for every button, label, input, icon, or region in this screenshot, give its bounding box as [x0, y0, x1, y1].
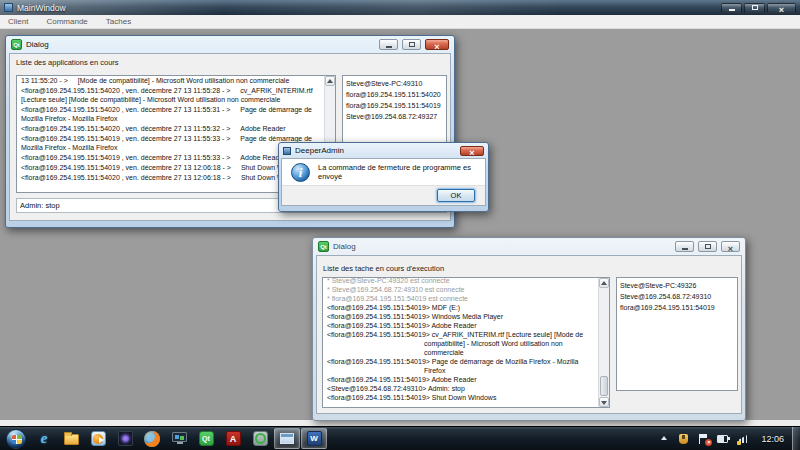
client-list-item[interactable]: flora@169.254.195.151:54019 [346, 100, 443, 111]
log-entry: <flora@169.254.195.151:54019> Page de dé… [327, 357, 595, 375]
log-entry: <flora@169.254.195.151:54019> Windows Me… [327, 312, 595, 321]
menu-item[interactable]: Client [8, 17, 28, 26]
log-entry: <flora@169.254.195.151:54019> cv_AFRIK_I… [327, 330, 595, 357]
maximize-icon [752, 5, 758, 10]
log-entry: <flora@169.254.195.151:54020 , ven. déce… [21, 105, 321, 123]
scroll-thumb[interactable] [600, 376, 608, 396]
mainwindow-close-button[interactable] [767, 3, 796, 13]
remote-desktop-icon[interactable] [166, 428, 192, 449]
log-entry: <flora@169.254.195.151:54019 , ven. déce… [21, 153, 321, 162]
info-icon [291, 163, 310, 182]
log-entry: <flora@169.254.195.151:54020 , ven. déce… [21, 86, 321, 104]
qt-logo-icon [11, 39, 22, 50]
maximize-icon [705, 244, 711, 249]
windows-explorer-icon[interactable] [58, 428, 84, 449]
network-status-icon[interactable] [737, 432, 750, 445]
messagebox-title: DeeperAdmin [295, 146, 344, 155]
messagebox-app-icon [283, 147, 291, 155]
log-entry: <flora@169.254.195.151:54019> Adobe Read… [327, 321, 595, 330]
tasks-list-label: Liste des tache en cours d'execution [323, 264, 444, 273]
minimize-icon [682, 248, 688, 250]
taskbar-clock[interactable]: 12:06 [757, 434, 788, 444]
mainwindow-maximize-button[interactable] [744, 3, 765, 13]
log-entry: * Steve@169.254.68.72:49310 est connecte [327, 285, 595, 294]
menu-item[interactable]: Commande [46, 17, 87, 26]
applications-list-label: Liste des applications en cours [16, 58, 119, 67]
tasks-dialog-title: Dialog [333, 242, 356, 251]
hidden-icons-chevron-icon[interactable] [657, 432, 670, 445]
log-entry: <Steve@169.254.68.72:49310> Admin: stop [327, 384, 595, 393]
log-entry: <flora@169.254.195.151:54020 , ven. déce… [21, 173, 321, 182]
dialog-close-button[interactable] [721, 241, 740, 252]
log-entry: * Steve@Steve-PC:49320 est connecte [327, 277, 595, 285]
mainwindow-minimize-button[interactable] [721, 3, 742, 13]
messagebox-message: La commande de fermeture de programme es… [318, 163, 476, 181]
connected-clients-list[interactable]: Steve@Steve-PC:49310 flora@169.254.195.1… [342, 75, 447, 149]
dialog-maximize-button[interactable] [402, 39, 421, 50]
log-entry: <flora@169.254.195.151:54019 , ven. déce… [21, 134, 321, 152]
internet-explorer-icon[interactable] [31, 428, 57, 449]
tasks-dialog-titlebar: Dialog [316, 238, 742, 255]
log-entry: 13 11:55:20 - >[Mode de compatibilité] -… [21, 76, 321, 85]
word-icon[interactable] [301, 428, 327, 449]
dialog-minimize-button[interactable] [675, 241, 694, 252]
mainwindow-task-icon[interactable] [274, 428, 300, 449]
mainwindow-menubar: Client Commande Taches [0, 15, 800, 29]
start-orb-icon[interactable] [2, 428, 30, 449]
taskbar: 12:06 [0, 426, 800, 450]
applications-dialog-title: Dialog [26, 40, 49, 49]
mainwindow-titlebar: MainWindow [0, 0, 800, 15]
menu-item[interactable]: Taches [106, 17, 131, 26]
maximize-icon [409, 42, 415, 47]
messagebox-titlebar: DeeperAdmin [281, 143, 486, 158]
scrollbar[interactable] [598, 278, 609, 407]
client-list-item[interactable]: flora@169.254.195.151:54020 [346, 89, 443, 100]
log-entry: <flora@169.254.195.151:54020 , ven. déce… [21, 124, 321, 133]
taskbar-apps [0, 428, 327, 449]
battery-icon[interactable] [717, 432, 730, 445]
minimize-icon [729, 9, 735, 11]
qt-logo-icon [318, 241, 329, 252]
log-entry: <flora@169.254.195.151:54019> Shut Down … [327, 393, 595, 402]
system-tray: 12:06 [657, 427, 788, 450]
windows-media-player-icon[interactable] [85, 428, 111, 449]
show-desktop-button[interactable] [792, 427, 800, 450]
security-alert-icon[interactable] [677, 432, 690, 445]
tasks-dialog-body: Liste des tache en cours d'execution * S… [316, 255, 742, 414]
client-list-item[interactable]: Steve@169.254.68.72:49310 [620, 291, 734, 302]
deeperadmin-messagebox: DeeperAdmin La commande de fermeture de … [278, 142, 489, 212]
media-app-icon[interactable] [112, 428, 138, 449]
firefox-icon[interactable] [139, 428, 165, 449]
client-list-item[interactable]: Steve@Steve-PC:49310 [346, 78, 443, 89]
close-icon [434, 36, 439, 54]
qt-icon[interactable] [193, 428, 219, 449]
connected-clients-list[interactable]: Steve@Steve-PC:49326 Steve@169.254.68.72… [616, 277, 738, 391]
dialog-close-button[interactable] [425, 39, 449, 50]
tasks-log-content: * Steve@Steve-PC:49320 est connecte * St… [323, 277, 598, 407]
messagebox-close-button[interactable] [460, 146, 484, 156]
log-entry: <flora@169.254.195.151:54019> Adobe Read… [327, 375, 595, 384]
messagebox-body: La commande de fermeture de programme es… [281, 158, 486, 206]
action-center-flag-icon[interactable] [697, 432, 710, 445]
scroll-up-button[interactable] [599, 278, 609, 288]
client-list-item[interactable]: flora@169.254.195.151:54019 [620, 302, 734, 313]
tasks-dialog: Dialog Liste des tache en cours d'execut… [312, 237, 746, 421]
client-list-item[interactable]: Steve@169.254.68.72:49327 [346, 111, 443, 122]
log-entry: <flora@169.254.195.151:54019> MDF (E:) [327, 303, 595, 312]
qt-creator-icon[interactable] [247, 428, 273, 449]
close-icon [469, 142, 474, 160]
mainwindow-title: MainWindow [17, 3, 66, 13]
adobe-reader-icon[interactable] [220, 428, 246, 449]
ok-button[interactable]: OK [437, 189, 475, 202]
applications-dialog-titlebar: Dialog [9, 36, 451, 53]
mainwindow-app-icon [4, 3, 13, 12]
scroll-up-button[interactable] [325, 76, 335, 86]
desktop: MainWindow Client Commande Taches Dialog… [0, 0, 800, 450]
dialog-minimize-button[interactable] [379, 39, 398, 50]
tasks-log-textarea[interactable]: * Steve@Steve-PC:49320 est connecte * St… [322, 277, 610, 408]
log-entry: <flora@169.254.195.151:54019 , ven. déce… [21, 163, 321, 172]
client-list-item[interactable]: Steve@Steve-PC:49326 [620, 280, 734, 291]
minimize-icon [386, 46, 392, 48]
dialog-maximize-button[interactable] [698, 241, 717, 252]
scroll-down-button[interactable] [599, 397, 609, 407]
